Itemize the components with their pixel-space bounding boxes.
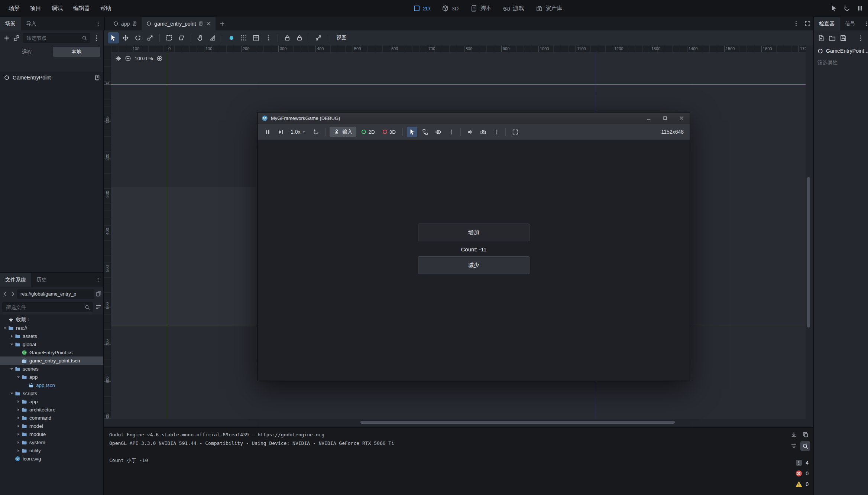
distraction-free-icon[interactable] — [804, 20, 811, 27]
input-mode-button[interactable]: 输入 — [330, 127, 356, 137]
tab-filesystem[interactable]: 文件系统 — [0, 273, 31, 287]
sort-files-icon[interactable] — [95, 304, 102, 310]
remote-view-button[interactable]: 远程 — [3, 47, 51, 57]
inspector-dock-menu-icon[interactable] — [864, 21, 868, 27]
vscroll-thumb[interactable] — [807, 177, 810, 328]
file-tree-item[interactable]: model — [0, 422, 104, 430]
save-log-button[interactable] — [789, 430, 799, 439]
close-button[interactable] — [673, 113, 690, 124]
forward-icon[interactable] — [10, 291, 16, 297]
back-icon[interactable] — [2, 291, 9, 297]
tree-arrow-icon[interactable] — [9, 333, 14, 339]
tree-arrow-icon[interactable] — [16, 407, 21, 413]
scene-dock-menu-icon[interactable] — [95, 21, 101, 27]
copy-log-button[interactable] — [800, 430, 810, 439]
output-badge-warning[interactable]: 0 — [795, 481, 809, 488]
unlock-node-button[interactable] — [294, 32, 305, 43]
next-frame-button[interactable] — [275, 127, 286, 137]
workspace-mode3d-button[interactable]: 3D — [437, 3, 463, 14]
maximize-button[interactable] — [657, 113, 673, 124]
new-scene-tab-button[interactable] — [216, 17, 229, 30]
pick-tool-button[interactable] — [407, 127, 417, 137]
file-tree-item[interactable]: C#GameEntryPoint.cs — [0, 348, 104, 356]
camera-options-menu[interactable] — [491, 127, 501, 137]
workspace-script-button[interactable]: 脚本 — [466, 3, 496, 14]
file-tree-item[interactable]: scenes — [0, 365, 104, 373]
pan-tool[interactable] — [195, 32, 206, 43]
tree-arrow-icon[interactable] — [16, 432, 21, 437]
tree-arrow-icon[interactable] — [16, 448, 21, 453]
hscroll-thumb[interactable] — [360, 421, 675, 424]
scene-tab[interactable]: app — [108, 17, 142, 30]
attached-script-icon[interactable] — [94, 75, 100, 81]
search-log-button[interactable] — [800, 441, 810, 451]
workspace-mode2d-button[interactable]: 2D — [409, 3, 434, 14]
filter-nodes-box[interactable] — [23, 33, 90, 43]
minimize-button[interactable] — [641, 113, 657, 124]
filter-files-input[interactable] — [5, 304, 82, 310]
file-tree-item[interactable]: app — [0, 397, 104, 406]
output-badge-error[interactable]: 0 — [795, 470, 809, 477]
lock-node-button[interactable] — [282, 32, 293, 43]
tree-arrow-icon[interactable] — [16, 399, 21, 404]
file-tree-item[interactable]: res:// — [0, 324, 104, 332]
file-tree-item[interactable]: 收藏： — [0, 316, 104, 324]
filter-files-box[interactable] — [2, 302, 93, 312]
instance-scene-icon[interactable] — [13, 35, 20, 42]
snap-menu[interactable] — [263, 32, 274, 43]
increase-button[interactable]: 增加 — [418, 224, 529, 241]
smart-snap-toggle[interactable] — [226, 32, 237, 43]
file-tree-item[interactable]: module — [0, 430, 104, 438]
menubar-item-5[interactable]: 帮助 — [95, 3, 116, 14]
filter-properties-field[interactable]: 筛选属性 — [814, 56, 868, 69]
file-tree-item[interactable]: utility — [0, 446, 104, 455]
workspace-assetlib-button[interactable]: 资产库 — [531, 3, 567, 14]
menubar-item-2[interactable]: 项目 — [25, 3, 46, 14]
file-tree-item[interactable]: game_entry_point.tscn — [0, 356, 104, 365]
game-window-titlebar[interactable]: MyGFrameworkGame (DEBUG) — [258, 113, 690, 124]
file-tree-item[interactable]: app.tscn — [0, 381, 104, 389]
game-pause-button[interactable] — [262, 127, 273, 137]
view-menu-button[interactable]: 视图 — [332, 32, 351, 43]
camera-override-button[interactable] — [478, 127, 488, 137]
tree-arrow-icon[interactable] — [16, 423, 21, 429]
pause-game-icon[interactable] — [856, 5, 864, 12]
select-tool[interactable] — [108, 32, 119, 43]
tab-inspector[interactable]: 检查器 — [814, 17, 840, 30]
pick-options-menu[interactable] — [446, 127, 456, 137]
file-tree-item[interactable]: architecture — [0, 406, 104, 414]
filter-nodes-input[interactable] — [26, 35, 80, 41]
tab-signals[interactable]: 信号 — [840, 17, 861, 30]
canvas-hscrollbar[interactable] — [111, 419, 806, 425]
scale-tool[interactable] — [145, 32, 156, 43]
vertical-ruler[interactable]: 0100200300400500600700800900 — [104, 52, 111, 419]
ruler-tool[interactable] — [207, 32, 218, 43]
local-view-button[interactable]: 本地 — [53, 47, 101, 57]
zoom-level[interactable]: 100.0 % — [135, 56, 153, 61]
tree-arrow-icon[interactable] — [16, 440, 21, 445]
pick-node-icon[interactable] — [830, 5, 838, 12]
scene-tree-root-node[interactable]: GameEntryPoint — [0, 72, 104, 83]
file-tree-item[interactable]: system — [0, 438, 104, 446]
tree-arrow-icon[interactable] — [2, 325, 8, 331]
shear-tool[interactable] — [176, 32, 187, 43]
split-filesystem-icon[interactable] — [95, 291, 102, 297]
mute-audio-button[interactable] — [465, 127, 475, 137]
scene-tree-menu-icon[interactable] — [93, 35, 100, 42]
tree-arrow-icon[interactable] — [16, 374, 21, 380]
tree-arrow-icon[interactable] — [9, 391, 14, 396]
inspector-menu-icon[interactable] — [857, 35, 864, 42]
move-tool[interactable] — [120, 32, 131, 43]
current-path-input[interactable] — [20, 291, 92, 297]
filter-log-button[interactable] — [789, 441, 799, 451]
output-badge-log[interactable]: 4 — [795, 459, 809, 466]
menubar-item-4[interactable]: 编辑器 — [68, 3, 95, 14]
tab-history[interactable]: 历史 — [31, 273, 52, 287]
menubar-item-1[interactable]: 场景 — [4, 3, 25, 14]
file-tree-item[interactable]: command — [0, 414, 104, 422]
tree-arrow-icon[interactable] — [9, 366, 14, 372]
mode-3d-button[interactable]: 3D — [380, 129, 398, 135]
grid-snap-toggle[interactable] — [238, 32, 249, 43]
tab-scene-dock[interactable]: 场景 — [0, 17, 21, 30]
node-type-button[interactable] — [420, 127, 430, 137]
